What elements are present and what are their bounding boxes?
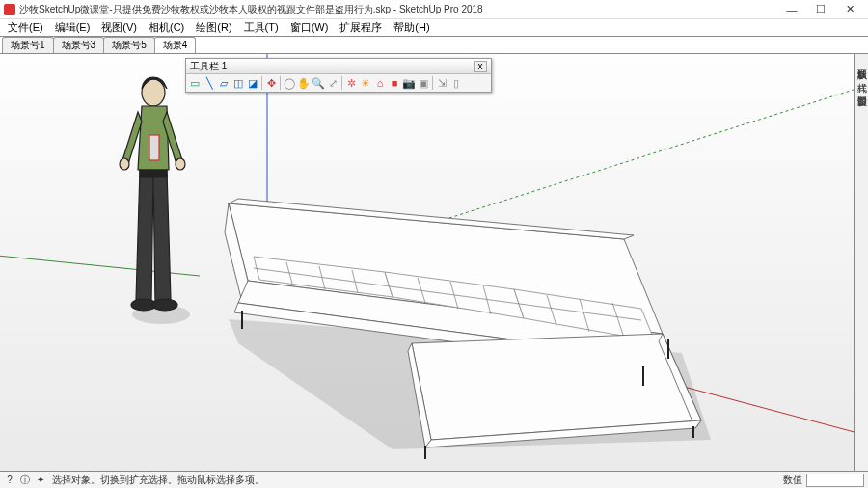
camera-icon[interactable]: ⌂ — [373, 76, 387, 90]
scale-figure — [120, 77, 185, 311]
menu-file[interactable]: 文件(E) — [2, 20, 49, 35]
toolbar-titlebar[interactable]: 工具栏 1 x — [186, 59, 491, 74]
menu-edit[interactable]: 编辑(E) — [49, 20, 96, 35]
title-bar: 沙牧SketchUp微课堂-只提供免费沙牧教权或沙牧本人吸权的视跟文件部是盗用行… — [0, 0, 868, 19]
menu-view[interactable]: 视图(V) — [95, 20, 143, 35]
measurement-input[interactable] — [806, 474, 864, 487]
toolbar-body: ▭╲▱◫◪✥◯✋🔍⤢✲☀⌂■📷▣⇲▯ — [186, 74, 491, 92]
toolbar-separator — [280, 76, 281, 90]
folder-icon[interactable]: ▣ — [417, 76, 430, 90]
orbit-icon[interactable]: ◯ — [283, 76, 296, 90]
pushpull-icon[interactable]: ◪ — [246, 76, 259, 90]
menu-help[interactable]: 帮助(H) — [388, 20, 435, 35]
app-icon — [4, 4, 15, 15]
toolbar-separator — [341, 76, 342, 90]
status-bar: ? ⓘ ✦ 选择对象。切换到扩充选择。拖动鼠标选择多项。 数值 — [0, 471, 868, 488]
scene-tab-1[interactable]: 场景号1 — [2, 37, 54, 53]
measurement-label: 数值 — [783, 474, 802, 487]
pin-icon[interactable]: ✦ — [35, 474, 46, 486]
menu-bar: 文件(E) 编辑(E) 视图(V) 相机(C) 绘图(R) 工具(T) 窗口(W… — [0, 19, 868, 37]
zoom-icon[interactable]: 🔍 — [312, 76, 325, 90]
pan-icon[interactable]: ✋ — [297, 76, 311, 90]
select-icon[interactable]: ▭ — [188, 76, 202, 90]
rect-icon[interactable]: ▱ — [217, 76, 231, 90]
status-text: 选择对象。切换到扩充选择。拖动鼠标选择多项。 — [52, 474, 783, 487]
close-button[interactable]: ✕ — [835, 1, 864, 18]
info-icon[interactable]: ⓘ — [19, 474, 31, 486]
help-icon[interactable]: ? — [4, 474, 15, 486]
tray-label-default[interactable]: 默认面板 — [855, 58, 869, 66]
scene-tabs: 场景号1 场景号3 场景号5 场景4 — [0, 37, 868, 54]
minimize-button[interactable]: — — [777, 1, 806, 18]
menu-draw[interactable]: 绘图(R) — [190, 20, 237, 35]
tray-label-shadow[interactable]: 阴影设置 — [855, 85, 869, 93]
snapshot-icon[interactable]: 📷 — [402, 76, 416, 90]
menu-tools[interactable]: 工具(T) — [238, 20, 285, 35]
maximize-button[interactable]: ☐ — [806, 1, 835, 18]
sun-icon[interactable]: ☀ — [359, 76, 372, 90]
export-icon[interactable]: ⇲ — [435, 76, 448, 90]
toolbar-title: 工具栏 1 — [190, 60, 474, 73]
svg-point-1 — [120, 158, 129, 170]
toolbar-separator — [261, 76, 262, 90]
svg-rect-3 — [149, 135, 159, 160]
scene-tab-5[interactable]: 场景号5 — [103, 37, 155, 53]
window-controls: — ☐ ✕ — [777, 1, 864, 18]
floating-toolbar[interactable]: 工具栏 1 x ▭╲▱◫◪✥◯✋🔍⤢✲☀⌂■📷▣⇲▯ — [185, 58, 492, 93]
line-icon[interactable]: ╲ — [203, 76, 216, 90]
menu-extensions[interactable]: 扩展程序 — [334, 20, 388, 35]
toolbar-separator — [432, 76, 433, 90]
shape-icon[interactable]: ◫ — [231, 76, 245, 90]
zoomext-icon[interactable]: ⤢ — [326, 76, 339, 90]
menu-camera[interactable]: 相机(C) — [143, 20, 190, 35]
svg-point-2 — [176, 158, 185, 170]
doc-icon[interactable]: ▯ — [449, 76, 463, 90]
tray-label-styles[interactable]: 样式 — [855, 71, 869, 79]
model-canvas[interactable] — [0, 54, 868, 471]
svg-point-5 — [152, 299, 177, 311]
record-icon[interactable]: ■ — [388, 76, 401, 90]
right-tray[interactable]: 默认面板 样式 阴影设置 — [854, 54, 868, 471]
menu-window[interactable]: 窗口(W) — [285, 20, 335, 35]
scene-tab-3[interactable]: 场景号3 — [53, 37, 105, 53]
window-title: 沙牧SketchUp微课堂-只提供免费沙牧教权或沙牧本人吸权的视跟文件部是盗用行… — [19, 3, 777, 16]
move-icon[interactable]: ✥ — [264, 76, 278, 90]
viewport[interactable]: 工具栏 1 x ▭╲▱◫◪✥◯✋🔍⤢✲☀⌂■📷▣⇲▯ — [0, 54, 868, 471]
toolbar-close-button[interactable]: x — [474, 61, 487, 72]
scene-tab-4[interactable]: 场景4 — [154, 37, 197, 53]
gear-icon[interactable]: ✲ — [344, 76, 358, 90]
